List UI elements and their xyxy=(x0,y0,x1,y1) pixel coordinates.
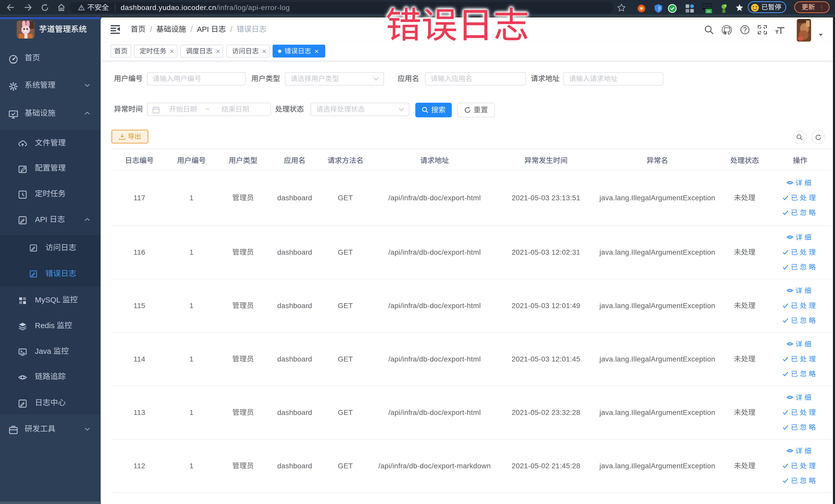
svg-text:on: on xyxy=(707,9,711,13)
